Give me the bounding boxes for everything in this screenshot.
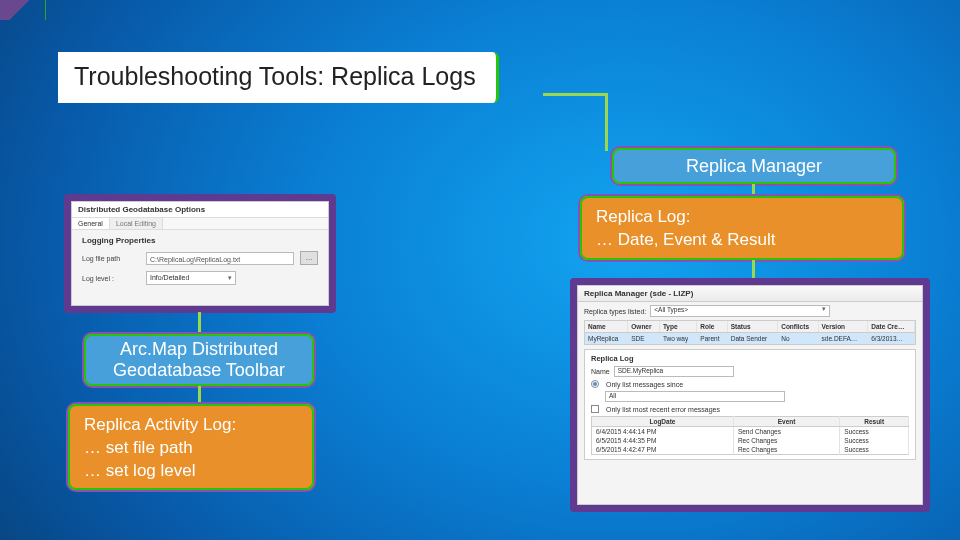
logpath-input[interactable]: C:\ReplicaLog\ReplicaLog.txt [146, 252, 294, 265]
left-orange-card: Replica Activity Log: … set file path … … [68, 404, 314, 490]
options-section-logging: Logging Properties [82, 236, 318, 245]
left-connector-2 [198, 386, 201, 406]
left-screenshot-frame: Distributed Geodatabase Options General … [64, 194, 336, 313]
log-col-date[interactable]: LogDate [592, 417, 734, 427]
col-role[interactable]: Role [697, 321, 727, 333]
replica-log-name-label: Name [591, 368, 610, 375]
options-tab-localediting[interactable]: Local Editing [110, 218, 163, 229]
logpath-browse-button[interactable]: … [300, 251, 318, 265]
corner-accent [0, 0, 46, 20]
title-to-right-connector [543, 93, 608, 96]
options-tab-general[interactable]: General [72, 218, 110, 229]
left-card-text: Arc.Map Distributed Geodatabase Toolbar [98, 339, 300, 381]
replica-log-panel: Replica Log Name SDE.MyReplica Only list… [584, 349, 916, 460]
replica-manager-title: Replica Manager (sde - LIZP) [578, 286, 922, 302]
right-orange-card: Replica Log: … Date, Event & Result [580, 196, 904, 260]
opt-recent-check[interactable] [591, 405, 599, 413]
right-orange-line1: Replica Log: [596, 206, 776, 229]
options-row-logpath: Log file path C:\ReplicaLog\ReplicaLog.t… [82, 251, 318, 265]
replica-types-select[interactable]: <All Types> [650, 305, 830, 317]
options-dialog-tabs: General Local Editing [72, 218, 328, 230]
logpath-label: Log file path [82, 255, 140, 262]
replica-grid[interactable]: Name Owner Type Role Status Conflicts Ve… [584, 320, 916, 345]
log-row[interactable]: 6/5/2015 4:44:35 PMRec ChangesSuccess [592, 436, 909, 445]
log-row[interactable]: 6/5/2015 4:42:47 PMRec ChangesSuccess [592, 445, 909, 455]
right-card-text: Replica Manager [686, 156, 822, 177]
replica-log-table[interactable]: LogDate Event Result 6/4/2015 4:44:14 PM… [591, 416, 909, 455]
replica-manager-window: Replica Manager (sde - LIZP) Replica typ… [577, 285, 923, 505]
col-owner[interactable]: Owner [628, 321, 660, 333]
replica-types-row: Replica types listed: <All Types> [578, 302, 922, 320]
col-date[interactable]: Date Cre… [868, 321, 915, 333]
log-row[interactable]: 6/4/2015 4:44:14 PMSend ChangesSuccess [592, 427, 909, 437]
log-col-result[interactable]: Result [840, 417, 909, 427]
opt-recent-label: Only list most recent error messages [606, 406, 720, 413]
right-screenshot-frame: Replica Manager (sde - LIZP) Replica typ… [570, 278, 930, 512]
loglevel-label: Log level : [82, 275, 140, 282]
options-dialog: Distributed Geodatabase Options General … [71, 201, 329, 306]
opt-since-label: Only list messages since [606, 381, 683, 388]
right-connector-2 [752, 260, 755, 280]
options-row-loglevel: Log level : Info/Detailed [82, 271, 318, 285]
options-dialog-title: Distributed Geodatabase Options [72, 202, 328, 218]
opt-since-select[interactable]: All [605, 391, 785, 402]
replica-log-name-input[interactable]: SDE.MyReplica [614, 366, 734, 377]
replica-log-title: Replica Log [591, 354, 909, 363]
right-card-label: Replica Manager [612, 148, 896, 184]
left-connector [198, 312, 201, 336]
right-orange-content: Replica Log: … Date, Event & Result [596, 206, 776, 252]
replica-grid-row[interactable]: MyReplica SDE Two way Parent Data Sender… [585, 333, 915, 345]
col-name[interactable]: Name [585, 321, 628, 333]
left-card-label: Arc.Map Distributed Geodatabase Toolbar [84, 334, 314, 386]
right-orange-line2: … Date, Event & Result [596, 229, 776, 252]
replica-types-label: Replica types listed: [584, 308, 646, 315]
title-to-right-connector-v [605, 93, 608, 151]
left-orange-content: Replica Activity Log: … set file path … … [84, 414, 236, 483]
loglevel-select[interactable]: Info/Detailed [146, 271, 236, 285]
left-orange-line3: … set log level [84, 460, 236, 483]
slide-title: Troubleshooting Tools: Replica Logs [58, 52, 499, 103]
opt-since-radio[interactable] [591, 380, 599, 388]
left-orange-line2: … set file path [84, 437, 236, 460]
col-conflicts[interactable]: Conflicts [778, 321, 818, 333]
options-dialog-body: Logging Properties Log file path C:\Repl… [72, 230, 328, 297]
left-orange-line1: Replica Activity Log: [84, 414, 236, 437]
col-version[interactable]: Version [818, 321, 868, 333]
col-status[interactable]: Status [727, 321, 777, 333]
log-col-event[interactable]: Event [733, 417, 839, 427]
col-type[interactable]: Type [659, 321, 696, 333]
